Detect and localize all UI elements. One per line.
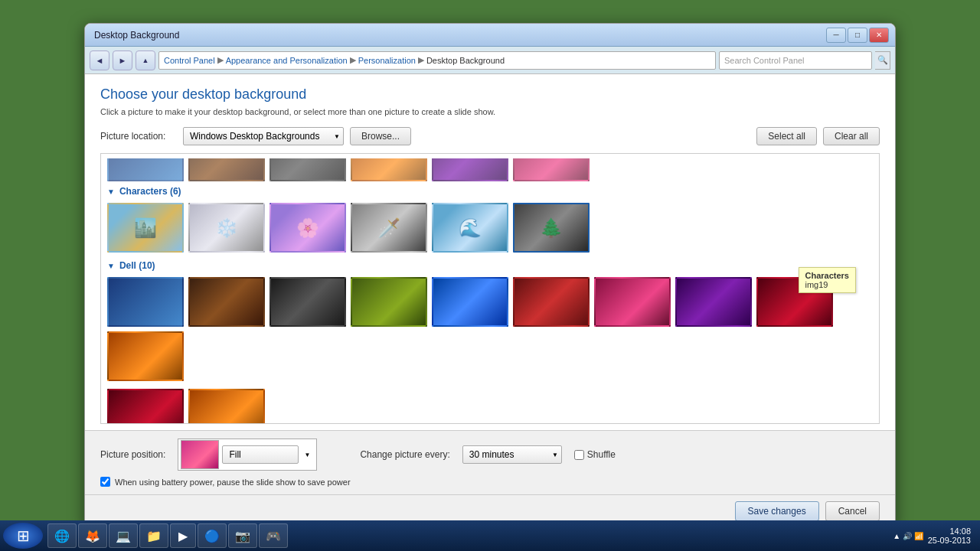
breadcrumb-arrow-2: ▶	[350, 55, 356, 65]
picture-location-select[interactable]: Windows Desktop Backgrounds	[183, 127, 344, 145]
address-bar[interactable]: Control Panel ▶ Appearance and Personali…	[158, 51, 716, 70]
dell-thumb-6[interactable]	[513, 277, 590, 327]
dell-thumb-11[interactable]	[107, 389, 184, 424]
interval-select[interactable]: 30 minutes	[462, 445, 562, 464]
character-thumb-1[interactable]: 🏙️	[107, 203, 184, 253]
breadcrumb-ap: Appearance and Personalization	[226, 56, 348, 65]
dell-thumb-4[interactable]	[351, 277, 427, 327]
dell-image-grid-row2	[107, 389, 873, 424]
clear-all-button[interactable]: Clear all	[823, 127, 880, 145]
dell-image-grid	[107, 277, 873, 381]
images-scroll-area[interactable]: ▼ Characters (6) 🏙️ ❄️ 🌸 🗡️	[100, 153, 880, 424]
taskbar-time: 14:08	[928, 527, 971, 536]
top-partial-row	[107, 158, 873, 181]
shuffle-label-text: Shuffle	[587, 449, 616, 460]
taskbar-game-button[interactable]: 🎮	[259, 523, 288, 548]
taskbar-date: 25-09-2013	[928, 536, 971, 545]
dell-thumb-10[interactable]	[107, 331, 184, 381]
change-every-label: Change picture every:	[360, 449, 449, 460]
breadcrumb-cp: Control Panel	[164, 56, 215, 65]
dell-thumb-7[interactable]	[594, 277, 671, 327]
breadcrumb-arrow-3: ▶	[418, 55, 424, 65]
taskbar-app3-button[interactable]: 💻	[109, 523, 138, 548]
titlebar-controls: ─ □ ✕	[826, 28, 889, 43]
taskbar-clock: 14:08 25-09-2013	[928, 527, 977, 545]
page-subtitle: Click a picture to make it your desktop …	[100, 107, 880, 116]
window-title: Desktop Background	[91, 30, 826, 41]
minimize-button[interactable]: ─	[826, 28, 846, 43]
partial-thumb-5[interactable]	[432, 158, 508, 181]
picture-location-dropdown-wrapper: Windows Desktop Backgrounds	[183, 127, 344, 145]
breadcrumb-arrow-1: ▶	[217, 55, 224, 65]
dell-thumb-8[interactable]	[675, 277, 752, 327]
change-interval-section: Change picture every:	[360, 449, 449, 460]
search-icon[interactable]: 🔍	[875, 51, 890, 70]
battery-label: When using battery power, pause the slid…	[115, 478, 351, 487]
section-header-characters: ▼ Characters (6)	[107, 186, 873, 197]
select-all-button[interactable]: Select all	[756, 127, 817, 145]
shuffle-control: Shuffle	[574, 449, 616, 460]
battery-checkbox[interactable]	[100, 477, 110, 487]
partial-thumb-3[interactable]	[270, 158, 346, 181]
browse-button[interactable]: Browse...	[350, 127, 411, 145]
partial-thumb-6[interactable]	[513, 158, 590, 181]
shuffle-checkbox[interactable]	[574, 450, 584, 460]
character-thumb-3[interactable]: 🌸	[270, 203, 346, 253]
picture-position-label: Picture position:	[100, 449, 165, 460]
picture-location-label: Picture location:	[100, 131, 177, 142]
controls-row: Picture location: Windows Desktop Backgr…	[100, 127, 880, 145]
taskbar-system-area: ▲ 🔊 📶	[890, 532, 926, 540]
images-area: ▼ Characters (6) 🏙️ ❄️ 🌸 🗡️	[101, 154, 879, 424]
start-button[interactable]: ⊞	[3, 523, 43, 549]
taskbar-chrome-button[interactable]: 🔵	[198, 523, 227, 548]
taskbar-camera-button[interactable]: 📷	[228, 523, 257, 548]
search-box[interactable]: Search Control Panel	[719, 51, 872, 70]
section-title-characters: Characters (6)	[119, 186, 181, 197]
dell-thumb-5[interactable]	[432, 277, 508, 327]
partial-thumb-2[interactable]	[188, 158, 265, 181]
breadcrumb-current: Desktop Background	[426, 56, 505, 65]
picture-position-control[interactable]: Fill	[178, 439, 317, 471]
back-button[interactable]: ◄	[90, 51, 109, 70]
dell-thumb-2[interactable]	[188, 277, 265, 327]
picture-position-preview	[181, 440, 219, 469]
section-header-dell: ▼ Dell (10)	[107, 260, 873, 271]
character-thumb-5[interactable]: 🌊	[432, 203, 508, 253]
forward-button[interactable]: ►	[113, 51, 132, 70]
cancel-button[interactable]: Cancel	[825, 501, 880, 521]
characters-image-grid: 🏙️ ❄️ 🌸 🗡️ 🌊 🌲	[107, 203, 873, 253]
fill-dropdown-wrapper: Fill	[222, 445, 314, 464]
main-window: Desktop Background ─ □ ✕ ◄ ► ▲ Control P…	[84, 23, 896, 528]
main-content: Choose your desktop background Click a p…	[85, 74, 895, 430]
dell-thumb-3[interactable]	[270, 277, 346, 327]
taskbar-ie-button[interactable]: 🌐	[47, 523, 77, 548]
bottom-panel: Picture position: Fill Change picture ev…	[85, 430, 895, 494]
titlebar: Desktop Background ─ □ ✕	[85, 24, 895, 47]
character-thumb-2[interactable]: ❄️	[188, 203, 265, 253]
breadcrumb-pers: Personalization	[358, 56, 416, 65]
maximize-button[interactable]: □	[848, 28, 867, 43]
save-changes-button[interactable]: Save changes	[735, 501, 819, 521]
interval-dropdown-wrapper: 30 minutes	[462, 445, 562, 464]
taskbar-media-button[interactable]: ▶	[170, 523, 196, 548]
taskbar-icons: ▲ 🔊 📶	[893, 532, 923, 540]
taskbar-firefox-button[interactable]: 🦊	[78, 523, 107, 548]
battery-row: When using battery power, pause the slid…	[100, 477, 880, 487]
character-thumb-4[interactable]: 🗡️	[351, 203, 427, 253]
up-button[interactable]: ▲	[136, 51, 155, 70]
section-arrow-dell[interactable]: ▼	[107, 262, 115, 270]
dell-thumb-12[interactable]	[188, 389, 265, 424]
character-thumb-6[interactable]: 🌲	[513, 203, 590, 253]
partial-thumb-4[interactable]	[351, 158, 427, 181]
taskbar-explorer-button[interactable]: 📁	[139, 523, 168, 548]
taskbar: ⊞ 🌐 🦊 💻 📁 ▶ 🔵 📷 🎮 ▲ 🔊 📶 14:08 25-09-2013	[0, 520, 980, 551]
picture-position-row: Picture position: Fill Change picture ev…	[100, 439, 880, 471]
search-placeholder: Search Control Panel	[724, 56, 805, 65]
fill-select[interactable]: Fill	[222, 445, 299, 464]
close-button[interactable]: ✕	[869, 28, 889, 43]
section-arrow-characters[interactable]: ▼	[107, 187, 115, 196]
addressbar: ◄ ► ▲ Control Panel ▶ Appearance and Per…	[85, 47, 895, 74]
dell-thumb-1[interactable]	[107, 277, 184, 327]
dell-thumb-9[interactable]	[756, 277, 833, 327]
partial-thumb-1[interactable]	[107, 158, 184, 181]
